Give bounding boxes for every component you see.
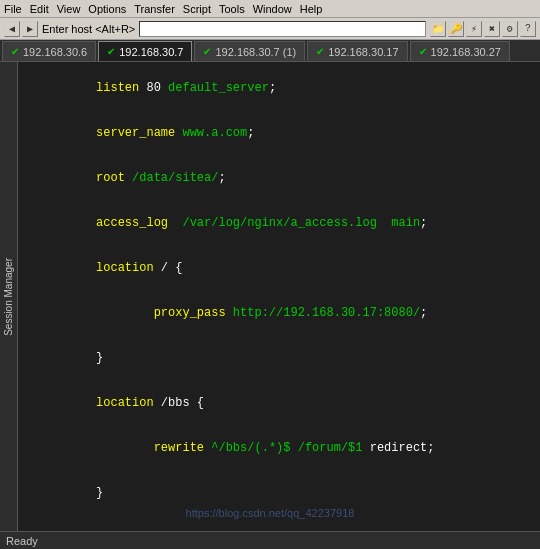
code-line: } — [24, 336, 534, 381]
tab-5[interactable]: ✔ 192.168.30.27 — [410, 41, 510, 61]
menu-file[interactable]: File — [4, 3, 22, 15]
code-line: listen 80 default_server; — [24, 66, 534, 111]
menu-tools[interactable]: Tools — [219, 3, 245, 15]
tab-check-icon: ✔ — [316, 46, 324, 57]
code-line: } — [24, 516, 534, 531]
menu-script[interactable]: Script — [183, 3, 211, 15]
tab-check-icon: ✔ — [107, 46, 115, 57]
tab-label: 192.168.30.7 — [119, 46, 183, 58]
right-toolbar-icons: 📁 🔑 ⚡ ✖ ⚙ ? — [430, 21, 536, 37]
status-bar: Ready — [0, 531, 540, 549]
settings-icon[interactable]: ⚙ — [502, 21, 518, 37]
tab-label: 192.168.30.7 (1) — [215, 46, 296, 58]
tab-label: 192.168.30.27 — [431, 46, 501, 58]
menu-edit[interactable]: Edit — [30, 3, 49, 15]
folder-icon[interactable]: 📁 — [430, 21, 446, 37]
main-area: Session Manager listen 80 default_server… — [0, 62, 540, 531]
menu-view[interactable]: View — [57, 3, 81, 15]
code-line: access_log /var/log/nginx/a_access.log m… — [24, 201, 534, 246]
code-line: proxy_pass http://192.168.30.17:8080/; — [24, 291, 534, 336]
tab-3[interactable]: ✔ 192.168.30.7 (1) — [194, 41, 305, 61]
connect-icon[interactable]: ⚡ — [466, 21, 482, 37]
status-text: Ready — [6, 535, 38, 547]
back-icon[interactable]: ◀ — [4, 21, 20, 37]
address-bar: ◀ ▶ Enter host <Alt+R> 📁 🔑 ⚡ ✖ ⚙ ? — [0, 18, 540, 40]
address-input[interactable] — [139, 21, 426, 37]
tab-4[interactable]: ✔ 192.168.30.17 — [307, 41, 407, 61]
disconnect-icon[interactable]: ✖ — [484, 21, 500, 37]
forward-icon[interactable]: ▶ — [22, 21, 38, 37]
code-editor[interactable]: listen 80 default_server; server_name ww… — [18, 62, 540, 531]
key-icon[interactable]: 🔑 — [448, 21, 464, 37]
menu-window[interactable]: Window — [253, 3, 292, 15]
tab-check-icon: ✔ — [11, 46, 19, 57]
tab-check-icon: ✔ — [419, 46, 427, 57]
sidebar-label: Session Manager — [3, 258, 14, 336]
code-line: server_name www.a.com; — [24, 111, 534, 156]
menu-bar: File Edit View Options Transfer Script T… — [0, 0, 540, 18]
tab-check-icon: ✔ — [203, 46, 211, 57]
sidebar: Session Manager — [0, 62, 18, 531]
address-label: Enter host <Alt+R> — [42, 23, 135, 35]
tab-1[interactable]: ✔ 192.168.30.6 — [2, 41, 96, 61]
code-line: root /data/sitea/; — [24, 156, 534, 201]
menu-options[interactable]: Options — [88, 3, 126, 15]
code-line: location /bbs { — [24, 381, 534, 426]
code-line: location / { — [24, 246, 534, 291]
tab-label: 192.168.30.6 — [23, 46, 87, 58]
tabs-bar: ✔ 192.168.30.6 ✔ 192.168.30.7 ✔ 192.168.… — [0, 40, 540, 62]
tab-2[interactable]: ✔ 192.168.30.7 — [98, 41, 192, 61]
help-icon[interactable]: ? — [520, 21, 536, 37]
toolbar-icons: ◀ ▶ — [4, 21, 38, 37]
tab-label: 192.168.30.17 — [328, 46, 398, 58]
menu-transfer[interactable]: Transfer — [134, 3, 175, 15]
code-line: } — [24, 471, 534, 516]
code-line: rewrite ^/bbs/(.*)$ /forum/$1 redirect; — [24, 426, 534, 471]
menu-help[interactable]: Help — [300, 3, 323, 15]
